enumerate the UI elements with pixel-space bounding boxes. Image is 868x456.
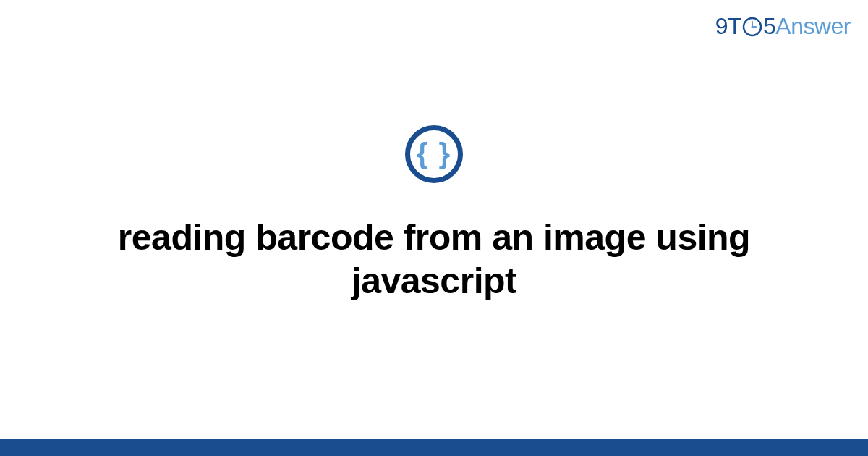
footer-accent-bar: [0, 439, 868, 456]
braces-glyph: { }: [417, 138, 451, 170]
code-braces-icon: { }: [405, 125, 463, 183]
main-content: { } reading barcode from an image using …: [0, 0, 868, 456]
category-icon-wrapper: { }: [405, 125, 463, 183]
question-title: reading barcode from an image using java…: [72, 216, 796, 303]
